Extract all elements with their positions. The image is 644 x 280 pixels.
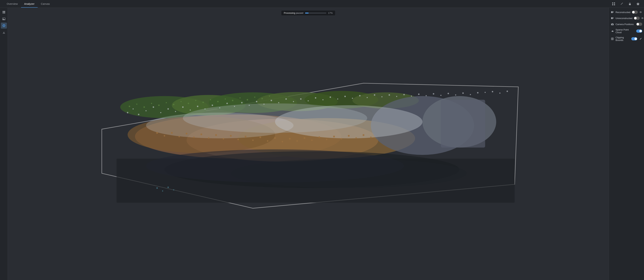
- orbit-tool[interactable]: [1, 22, 7, 29]
- svg-rect-0: [612, 2, 613, 3]
- svg-point-138: [156, 187, 158, 189]
- svg-point-70: [381, 96, 382, 97]
- svg-point-133: [341, 138, 342, 140]
- svg-point-132: [333, 136, 335, 138]
- svg-point-53: [256, 101, 257, 102]
- reconstructed-video-icon: [610, 10, 614, 14]
- clipping-bounds-row: Clipping Bounds: [609, 35, 644, 43]
- svg-point-99: [210, 99, 211, 100]
- svg-point-134: [348, 135, 350, 137]
- svg-point-31: [146, 113, 294, 138]
- svg-rect-6: [4, 11, 5, 12]
- svg-point-108: [156, 132, 158, 134]
- nav-canvas[interactable]: Canvas: [38, 0, 53, 7]
- svg-point-45: [197, 106, 198, 107]
- svg-rect-145: [611, 17, 613, 19]
- camera-positions-toggle[interactable]: [636, 22, 642, 26]
- svg-point-59: [300, 98, 302, 100]
- progress-label: Processing paused: [284, 12, 303, 14]
- svg-point-42: [175, 111, 176, 112]
- svg-point-111: [178, 136, 180, 137]
- svg-point-113: [193, 137, 195, 138]
- top-nav: Overview Analyzer Canvas: [0, 0, 644, 8]
- svg-point-41: [168, 108, 169, 110]
- svg-point-106: [262, 98, 263, 99]
- svg-point-103: [240, 97, 240, 99]
- bounds-icon: [610, 37, 614, 41]
- svg-point-55: [271, 100, 272, 101]
- reconstructed-row: Reconstructed: [609, 9, 644, 15]
- image-tool[interactable]: [1, 16, 7, 22]
- main-area: Processing paused 17%: [0, 8, 644, 280]
- svg-point-67: [359, 95, 360, 96]
- svg-rect-7: [3, 12, 4, 13]
- svg-point-75: [418, 94, 420, 95]
- svg-point-102: [232, 100, 233, 101]
- svg-rect-5: [3, 11, 4, 12]
- svg-point-118: [230, 135, 232, 137]
- reconstructed-label: Reconstructed: [616, 11, 630, 13]
- layers-tool[interactable]: [1, 9, 7, 15]
- clipping-bounds-edit-icon[interactable]: [639, 37, 642, 41]
- svg-point-49: [226, 103, 228, 104]
- svg-point-46: [204, 108, 206, 109]
- svg-point-136: [362, 134, 364, 136]
- svg-rect-2: [612, 4, 613, 5]
- trash-icon[interactable]: [636, 1, 640, 6]
- svg-point-51: [241, 102, 242, 103]
- svg-point-78: [440, 95, 442, 96]
- svg-point-77: [433, 93, 434, 95]
- reconstructed-toggle[interactable]: [632, 10, 638, 14]
- svg-point-74: [411, 95, 412, 97]
- grid-icon[interactable]: [611, 1, 616, 6]
- svg-point-61: [315, 97, 316, 99]
- svg-rect-28: [441, 100, 485, 147]
- left-sidebar: [0, 8, 8, 280]
- svg-point-87: [506, 91, 508, 92]
- svg-point-130: [318, 137, 320, 138]
- svg-point-36: [132, 108, 134, 109]
- unreconstructed-toggle[interactable]: [634, 16, 640, 20]
- camera-icon: [610, 22, 614, 26]
- svg-point-122: [259, 137, 261, 138]
- svg-point-44: [190, 110, 191, 111]
- lock-icon[interactable]: [628, 1, 632, 6]
- sparse-point-cloud-label: Sparse Point Cloud: [616, 28, 635, 34]
- unreconstructed-video-icon: [610, 16, 614, 20]
- svg-point-120: [245, 136, 246, 138]
- cloud-icon: [610, 29, 614, 33]
- svg-point-56: [278, 102, 279, 103]
- export-tool[interactable]: [1, 29, 7, 35]
- svg-point-62: [322, 99, 324, 100]
- svg-point-141: [173, 189, 174, 190]
- nav-overview[interactable]: Overview: [4, 0, 21, 7]
- svg-point-92: [158, 105, 160, 106]
- svg-point-110: [171, 132, 173, 134]
- svg-point-115: [208, 137, 209, 139]
- unreconstructed-eye-icon[interactable]: [641, 16, 644, 20]
- top-right-toolbar: [611, 1, 640, 6]
- svg-point-76: [426, 95, 427, 96]
- svg-point-39: [153, 106, 154, 108]
- svg-point-148: [612, 24, 613, 25]
- nav-analyzer[interactable]: Analyzer: [21, 0, 38, 7]
- svg-point-119: [238, 139, 239, 140]
- svg-point-40: [160, 112, 161, 113]
- svg-point-69: [374, 94, 375, 96]
- svg-point-34: [231, 159, 467, 188]
- svg-point-52: [249, 105, 250, 106]
- svg-point-47: [212, 105, 213, 106]
- svg-point-43: [182, 106, 184, 108]
- svg-point-66: [352, 98, 353, 99]
- viewport[interactable]: Processing paused 17%: [8, 8, 609, 280]
- svg-point-93: [166, 102, 167, 103]
- svg-point-72: [396, 96, 397, 97]
- sparse-point-cloud-toggle[interactable]: [636, 29, 642, 33]
- clipping-bounds-toggle[interactable]: [631, 37, 637, 40]
- svg-point-83: [477, 92, 478, 93]
- pencil-icon[interactable]: [619, 1, 624, 6]
- reconstructed-eye-icon[interactable]: [639, 10, 642, 14]
- svg-point-139: [162, 190, 163, 191]
- svg-point-89: [136, 104, 137, 105]
- svg-rect-3: [614, 4, 615, 5]
